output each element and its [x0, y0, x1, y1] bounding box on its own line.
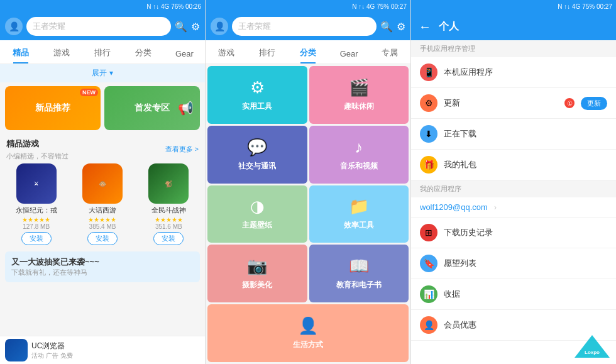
wishlist-icon: 🔖	[420, 255, 437, 272]
bottom-app-tags: 活动 广告 免费	[31, 351, 200, 360]
banner-new-products[interactable]: 新品推荐 NEW	[5, 86, 101, 130]
cat-leisure[interactable]: 🎬 趣味休闲	[309, 66, 409, 124]
menu-gift[interactable]: 🎁 我的礼包	[411, 150, 616, 180]
search-input-1[interactable]: 王者荣耀	[26, 17, 171, 36]
cat-education-label: 教育和电子书	[336, 280, 382, 290]
nav-tabs-1: 精品 游戏 排行 分类 Gear	[0, 40, 205, 64]
banner-first-release[interactable]: 首发专区 📢	[104, 86, 200, 130]
cat-education[interactable]: 📖 教育和电子书	[309, 245, 409, 302]
search-icon-1[interactable]: 🔍	[175, 21, 187, 33]
search-icon-2[interactable]: 🔍	[380, 21, 393, 33]
banner-label-1: 新品推荐	[35, 102, 70, 114]
game-item-2: 🐵 大话西游 ★★★★★ 385.4 MB 安装	[71, 163, 133, 245]
promo-bar[interactable]: 又一大波抽奖已来袭~~~ 下载就有礼，还在等神马	[5, 251, 200, 282]
menu-wishlist[interactable]: 🔖 愿望列表	[411, 248, 616, 279]
banner-row: 新品推荐 NEW 首发专区 📢	[0, 82, 205, 134]
bottom-app-name: UC浏览器	[31, 341, 200, 351]
cat-themes[interactable]: ◑ 主题壁纸	[207, 185, 307, 243]
game-name-3: 全民斗战神	[138, 206, 200, 215]
cat-efficiency[interactable]: 📁 效率工具	[309, 185, 409, 243]
receipts-icon: 📊	[420, 285, 437, 303]
cat-efficiency-icon: 📁	[349, 197, 369, 216]
status-text-1: N ↑↓ 4G 76% 00:26	[146, 3, 201, 10]
download-history-icon: ⊞	[420, 224, 437, 241]
cat-education-icon: 📖	[349, 256, 369, 276]
game-name-1: 永恒纪元：戒	[5, 206, 67, 215]
cat-tools[interactable]: ⚙ 实用工具	[207, 66, 307, 124]
cat-photo-label: 摄影美化	[242, 280, 272, 290]
game-stars-1: ★★★★★	[5, 216, 67, 223]
tab-gear[interactable]: Gear	[164, 49, 205, 63]
search-input-2[interactable]: 王者荣耀	[232, 17, 377, 36]
tab-ranking[interactable]: 排行	[82, 47, 123, 63]
panel3-content: 手机应用程序管理 📱 本机应用程序 ⚙ 更新 ① 更新 ⬇ 正在下载 🎁 我的礼…	[411, 40, 616, 364]
menu-download-history[interactable]: ⊞ 下载历史记录	[411, 218, 616, 248]
email-arrow-icon: ›	[494, 203, 497, 212]
tab-p2-games[interactable]: 游戏	[206, 47, 246, 63]
gift-icon: 🎁	[420, 156, 437, 174]
menu-local-apps[interactable]: 📱 本机应用程序	[411, 57, 616, 88]
tab-category[interactable]: 分类	[123, 47, 164, 63]
local-apps-icon: 📱	[420, 63, 437, 81]
status-bar-2: N ↑↓ 4G 75% 00:27	[206, 0, 410, 13]
updates-label: 更新	[444, 97, 558, 109]
expand-bar[interactable]: 展开 ▾	[0, 64, 205, 82]
cat-photo[interactable]: 📷 摄影美化	[207, 245, 307, 302]
cat-social-icon: 💬	[247, 138, 267, 157]
cat-photo-icon: 📷	[247, 256, 267, 276]
cat-social[interactable]: 💬 社交与通讯	[207, 126, 307, 184]
gear-icon-1[interactable]: ⚙	[191, 21, 200, 33]
gear-icon-2[interactable]: ⚙	[397, 21, 405, 33]
membership-label: 会员优惠	[444, 319, 607, 331]
cat-lifestyle[interactable]: 👤 生活方式	[207, 304, 409, 362]
avatar-icon-2: 👤	[214, 21, 225, 31]
wishlist-label: 愿望列表	[444, 258, 607, 269]
bottom-app-info: UC浏览器 活动 广告 免费	[31, 341, 200, 360]
banner-badge-new: NEW	[80, 89, 98, 96]
cat-music[interactable]: ♪ 音乐和视频	[309, 126, 409, 184]
update-button[interactable]: 更新	[581, 97, 607, 110]
tab-games[interactable]: 游戏	[41, 47, 82, 63]
group-label-2: 我的应用程序	[411, 180, 616, 197]
tab-p2-ranking[interactable]: 排行	[246, 47, 287, 63]
tab-featured[interactable]: 精品	[0, 47, 41, 63]
email-row[interactable]: wolf1209@qq.com ›	[411, 197, 616, 218]
games-section-sub: 小编精选，不容错过	[6, 152, 69, 160]
membership-icon: 👤	[420, 316, 437, 334]
receipts-label: 收据	[444, 289, 607, 300]
game-install-btn-1[interactable]: 安装	[21, 232, 52, 245]
avatar-2[interactable]: 👤	[211, 18, 228, 35]
game-install-btn-3[interactable]: 安装	[153, 232, 184, 245]
cat-music-icon: ♪	[355, 138, 363, 157]
search-bar-2: 👤 王者荣耀 🔍 ⚙	[206, 13, 410, 40]
promo-sub: 下载就有礼，还在等神马	[11, 268, 194, 277]
game-item-1: ⚔ 永恒纪元：戒 ★★★★★ 127.8 MB 安装	[5, 163, 67, 245]
tab-p2-category[interactable]: 分类	[287, 47, 328, 63]
game-icon-2: 🐵	[82, 163, 123, 204]
game-stars-2: ★★★★★	[71, 216, 133, 223]
updates-badge: ①	[564, 98, 575, 108]
gift-label: 我的礼包	[444, 159, 607, 170]
game-install-btn-2[interactable]: 安装	[87, 232, 118, 245]
games-section-title: 精品游戏	[6, 139, 39, 148]
menu-downloading[interactable]: ⬇ 正在下载	[411, 119, 616, 150]
games-section-more[interactable]: 查看更多 >	[165, 145, 199, 154]
tab-p2-exclusive[interactable]: 专属	[370, 47, 410, 63]
cat-tools-label: 实用工具	[242, 101, 272, 112]
cat-themes-icon: ◑	[250, 197, 265, 216]
avatar-1[interactable]: 👤	[5, 18, 23, 35]
tab-p2-gear[interactable]: Gear	[329, 49, 370, 63]
panel3-title: 个人	[439, 20, 459, 33]
menu-updates[interactable]: ⚙ 更新 ① 更新	[411, 88, 616, 119]
back-button[interactable]: ←	[419, 19, 431, 34]
menu-receipts[interactable]: 📊 收据	[411, 279, 616, 310]
loxpo-badge: Loxpo	[573, 334, 611, 359]
panel-featured: N ↑↓ 4G 76% 00:26 👤 王者荣耀 🔍 ⚙ 精品 游戏 排行 分类…	[0, 0, 206, 364]
game-size-1: 127.8 MB	[5, 223, 67, 230]
banner-label-2: 首发专区	[135, 102, 170, 114]
panel-categories: N ↑↓ 4G 75% 00:27 👤 王者荣耀 🔍 ⚙ 游戏 排行 分类 Ge…	[206, 0, 411, 364]
cat-leisure-label: 趣味休闲	[344, 101, 374, 112]
game-stars-3: ★★★★★	[138, 216, 200, 223]
search-placeholder-2: 王者荣耀	[238, 21, 271, 32]
nav-tabs-2: 游戏 排行 分类 Gear 专属	[206, 40, 410, 64]
